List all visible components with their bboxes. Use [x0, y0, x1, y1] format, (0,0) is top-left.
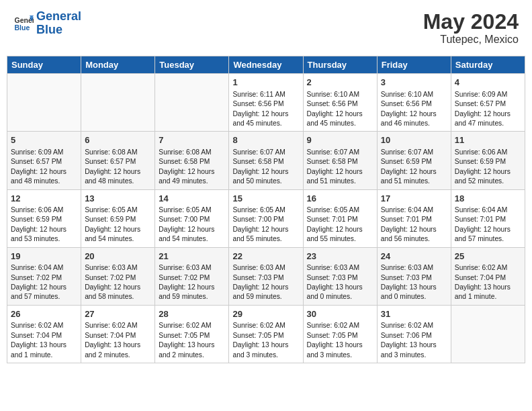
- calendar-cell: 2Sunrise: 6:10 AM Sunset: 6:56 PM Daylig…: [303, 74, 377, 132]
- day-number: 19: [11, 250, 77, 263]
- calendar-cell: 17Sunrise: 6:04 AM Sunset: 7:01 PM Dayli…: [377, 189, 451, 247]
- day-info: Sunrise: 6:03 AM Sunset: 7:02 PM Dayligh…: [159, 263, 225, 302]
- calendar-cell: 27Sunrise: 6:02 AM Sunset: 7:04 PM Dayli…: [81, 305, 155, 363]
- day-info: Sunrise: 6:02 AM Sunset: 7:05 PM Dayligh…: [307, 321, 373, 360]
- calendar-cell: 15Sunrise: 6:05 AM Sunset: 7:00 PM Dayli…: [229, 189, 303, 247]
- logo-icon: General Blue: [13, 13, 34, 34]
- header-tuesday: Tuesday: [155, 56, 229, 74]
- calendar-cell: 9Sunrise: 6:07 AM Sunset: 6:58 PM Daylig…: [303, 132, 377, 189]
- day-info: Sunrise: 6:02 AM Sunset: 7:06 PM Dayligh…: [381, 321, 447, 360]
- day-number: 29: [232, 308, 299, 320]
- calendar-cell: [155, 74, 229, 132]
- header-sunday: Sunday: [7, 56, 81, 74]
- calendar-cell: 30Sunrise: 6:02 AM Sunset: 7:05 PM Dayli…: [303, 305, 377, 363]
- day-number: 26: [11, 308, 77, 320]
- calendar-cell: 11Sunrise: 6:06 AM Sunset: 6:59 PM Dayli…: [451, 132, 525, 189]
- calendar-cell: 10Sunrise: 6:07 AM Sunset: 6:59 PM Dayli…: [377, 132, 451, 189]
- week-row-1: 1Sunrise: 6:11 AM Sunset: 6:56 PM Daylig…: [7, 74, 525, 132]
- day-info: Sunrise: 6:07 AM Sunset: 6:58 PM Dayligh…: [307, 148, 373, 187]
- calendar-cell: 31Sunrise: 6:02 AM Sunset: 7:06 PM Dayli…: [377, 305, 451, 363]
- day-info: Sunrise: 6:03 AM Sunset: 7:03 PM Dayligh…: [307, 263, 373, 302]
- week-row-4: 19Sunrise: 6:04 AM Sunset: 7:02 PM Dayli…: [7, 247, 525, 305]
- calendar-cell: 23Sunrise: 6:03 AM Sunset: 7:03 PM Dayli…: [303, 247, 377, 305]
- calendar-cell: [81, 74, 155, 132]
- calendar-cell: 26Sunrise: 6:02 AM Sunset: 7:04 PM Dayli…: [7, 305, 81, 363]
- calendar-cell: 20Sunrise: 6:03 AM Sunset: 7:02 PM Dayli…: [81, 247, 155, 305]
- day-number: 1: [232, 77, 299, 89]
- day-number: 6: [85, 134, 151, 146]
- day-number: 10: [381, 134, 447, 146]
- day-info: Sunrise: 6:02 AM Sunset: 7:05 PM Dayligh…: [159, 321, 225, 360]
- calendar-table: Sunday Monday Tuesday Wednesday Thursday…: [7, 56, 525, 363]
- day-number: 3: [381, 77, 447, 89]
- calendar-cell: 16Sunrise: 6:05 AM Sunset: 7:01 PM Dayli…: [303, 189, 377, 247]
- day-info: Sunrise: 6:10 AM Sunset: 6:56 PM Dayligh…: [381, 90, 447, 129]
- day-number: 24: [381, 250, 447, 263]
- day-info: Sunrise: 6:05 AM Sunset: 7:00 PM Dayligh…: [159, 205, 225, 244]
- calendar-cell: 1Sunrise: 6:11 AM Sunset: 6:56 PM Daylig…: [229, 74, 303, 132]
- subtitle: Tutepec, Mexico: [423, 34, 519, 46]
- day-info: Sunrise: 6:07 AM Sunset: 6:59 PM Dayligh…: [381, 148, 447, 187]
- day-info: Sunrise: 6:10 AM Sunset: 6:56 PM Dayligh…: [307, 90, 373, 129]
- calendar-cell: [451, 305, 525, 363]
- week-row-3: 12Sunrise: 6:06 AM Sunset: 6:59 PM Dayli…: [7, 189, 525, 247]
- calendar-cell: 14Sunrise: 6:05 AM Sunset: 7:00 PM Dayli…: [155, 189, 229, 247]
- day-info: Sunrise: 6:07 AM Sunset: 6:58 PM Dayligh…: [232, 148, 299, 187]
- day-number: 21: [159, 250, 225, 263]
- day-number: 5: [11, 134, 77, 146]
- day-number: 12: [11, 193, 77, 205]
- week-row-2: 5Sunrise: 6:09 AM Sunset: 6:57 PM Daylig…: [7, 132, 525, 189]
- day-number: 30: [307, 308, 373, 320]
- day-info: Sunrise: 6:02 AM Sunset: 7:04 PM Dayligh…: [85, 321, 151, 360]
- svg-text:Blue: Blue: [15, 24, 30, 32]
- day-info: Sunrise: 6:02 AM Sunset: 7:04 PM Dayligh…: [455, 263, 521, 302]
- day-number: 28: [159, 308, 225, 320]
- calendar-cell: 28Sunrise: 6:02 AM Sunset: 7:05 PM Dayli…: [155, 305, 229, 363]
- day-number: 13: [85, 193, 151, 205]
- day-info: Sunrise: 6:02 AM Sunset: 7:05 PM Dayligh…: [232, 321, 299, 360]
- main-title: May 2024: [423, 10, 519, 34]
- day-number: 18: [455, 193, 521, 205]
- calendar-cell: 7Sunrise: 6:08 AM Sunset: 6:58 PM Daylig…: [155, 132, 229, 189]
- calendar-cell: 3Sunrise: 6:10 AM Sunset: 6:56 PM Daylig…: [377, 74, 451, 132]
- week-row-5: 26Sunrise: 6:02 AM Sunset: 7:04 PM Dayli…: [7, 305, 525, 363]
- header-friday: Friday: [377, 56, 451, 74]
- day-number: 2: [307, 77, 373, 89]
- logo-general: General: [36, 9, 81, 23]
- calendar-cell: 6Sunrise: 6:08 AM Sunset: 6:57 PM Daylig…: [81, 132, 155, 189]
- day-number: 22: [232, 250, 299, 263]
- calendar-cell: 18Sunrise: 6:04 AM Sunset: 7:01 PM Dayli…: [451, 189, 525, 247]
- day-number: 11: [455, 134, 521, 146]
- day-number: 23: [307, 250, 373, 263]
- calendar-cell: 8Sunrise: 6:07 AM Sunset: 6:58 PM Daylig…: [229, 132, 303, 189]
- day-number: 14: [159, 193, 225, 205]
- day-info: Sunrise: 6:03 AM Sunset: 7:03 PM Dayligh…: [381, 263, 447, 302]
- day-info: Sunrise: 6:03 AM Sunset: 7:03 PM Dayligh…: [232, 263, 299, 302]
- calendar-cell: [7, 74, 81, 132]
- day-info: Sunrise: 6:02 AM Sunset: 7:04 PM Dayligh…: [11, 321, 77, 360]
- day-info: Sunrise: 6:11 AM Sunset: 6:56 PM Dayligh…: [232, 90, 299, 129]
- day-info: Sunrise: 6:05 AM Sunset: 6:59 PM Dayligh…: [85, 205, 151, 244]
- day-info: Sunrise: 6:04 AM Sunset: 7:02 PM Dayligh…: [11, 263, 77, 302]
- day-number: 17: [381, 193, 447, 205]
- day-info: Sunrise: 6:08 AM Sunset: 6:58 PM Dayligh…: [159, 148, 225, 187]
- day-number: 25: [455, 250, 521, 263]
- day-number: 4: [455, 77, 521, 89]
- calendar-cell: 19Sunrise: 6:04 AM Sunset: 7:02 PM Dayli…: [7, 247, 81, 305]
- calendar-cell: 25Sunrise: 6:02 AM Sunset: 7:04 PM Dayli…: [451, 247, 525, 305]
- logo: General Blue General Blue: [13, 10, 81, 37]
- day-number: 20: [85, 250, 151, 263]
- calendar-cell: 21Sunrise: 6:03 AM Sunset: 7:02 PM Dayli…: [155, 247, 229, 305]
- day-info: Sunrise: 6:05 AM Sunset: 7:00 PM Dayligh…: [232, 205, 299, 244]
- day-number: 16: [307, 193, 373, 205]
- calendar-cell: 24Sunrise: 6:03 AM Sunset: 7:03 PM Dayli…: [377, 247, 451, 305]
- day-number: 9: [307, 134, 373, 146]
- calendar-cell: 4Sunrise: 6:09 AM Sunset: 6:57 PM Daylig…: [451, 74, 525, 132]
- calendar-cell: 22Sunrise: 6:03 AM Sunset: 7:03 PM Dayli…: [229, 247, 303, 305]
- day-info: Sunrise: 6:04 AM Sunset: 7:01 PM Dayligh…: [381, 205, 447, 244]
- calendar-header-row: Sunday Monday Tuesday Wednesday Thursday…: [7, 56, 525, 74]
- header-wednesday: Wednesday: [229, 56, 303, 74]
- header-thursday: Thursday: [303, 56, 377, 74]
- calendar-cell: 13Sunrise: 6:05 AM Sunset: 6:59 PM Dayli…: [81, 189, 155, 247]
- day-info: Sunrise: 6:08 AM Sunset: 6:57 PM Dayligh…: [85, 148, 151, 187]
